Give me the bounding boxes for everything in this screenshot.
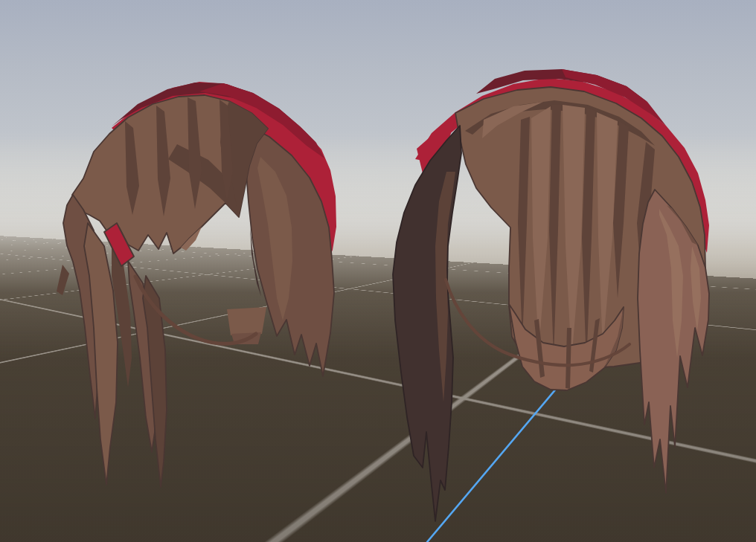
- back-strand-in-opening: [227, 307, 266, 335]
- left-spike: [57, 265, 69, 295]
- hair-model-left[interactable]: [57, 82, 336, 487]
- scene-overlay: [0, 0, 756, 542]
- hair-model-right[interactable]: [393, 69, 709, 521]
- 3d-viewport[interactable]: [0, 0, 756, 542]
